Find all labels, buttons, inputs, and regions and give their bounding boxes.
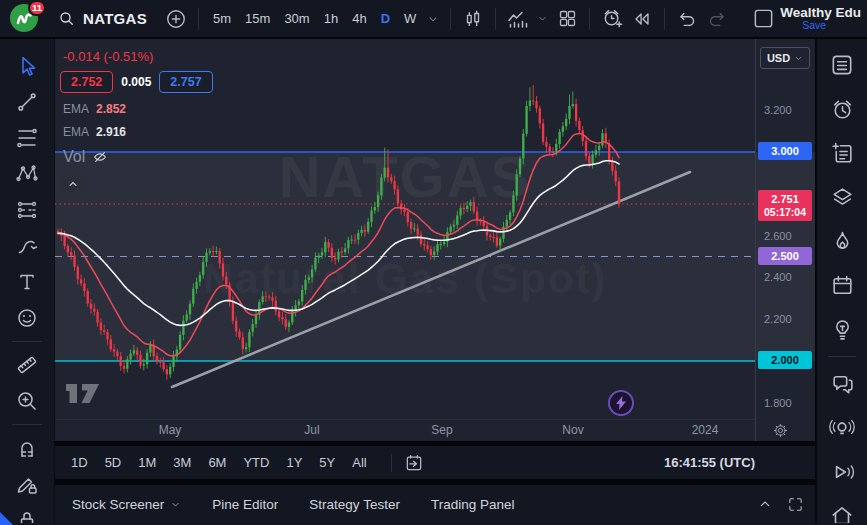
interval-30m[interactable]: 30m	[277, 11, 316, 26]
idea-journal-button[interactable]	[822, 131, 862, 175]
hotlists-button[interactable]	[822, 219, 862, 263]
bottom-panel-bar: Stock ScreenerPine EditorStrategy Tester…	[55, 485, 815, 523]
range-5d[interactable]: 5D	[105, 455, 122, 470]
house-icon	[829, 503, 855, 523]
brush-tool-button[interactable]	[8, 228, 46, 264]
range-5y[interactable]: 5Y	[319, 455, 335, 470]
lock-all-drawings-button[interactable]	[8, 502, 46, 523]
magnet-icon	[15, 436, 39, 460]
interval-dropdown-button[interactable]	[423, 3, 443, 35]
trend-line-icon	[15, 90, 39, 114]
community-button[interactable]	[822, 494, 862, 523]
range-3m[interactable]: 3M	[173, 455, 191, 470]
price-tick: 2.200	[764, 312, 792, 326]
magnet-mode-button[interactable]	[8, 430, 46, 466]
layout-grid-button[interactable]	[552, 3, 582, 35]
chevron-down-icon	[170, 499, 181, 510]
play-waves-icon	[829, 459, 855, 485]
indicators-dropdown-button[interactable]	[533, 3, 552, 35]
cursor-tool-button[interactable]	[8, 48, 46, 84]
interval-4h[interactable]: 4h	[345, 11, 373, 26]
range-1y[interactable]: 1Y	[286, 455, 302, 470]
ema-row-1[interactable]: EMA 2.852	[60, 102, 126, 116]
price-scale[interactable]: USD 3.2002.8002.6002.4002.2001.800 3.000…	[755, 39, 815, 441]
legend-collapse-button[interactable]	[60, 174, 86, 193]
projection-tool-button[interactable]	[8, 192, 46, 228]
alarm-clock-icon	[830, 97, 855, 122]
ema-row-2[interactable]: EMA 2.916	[60, 125, 126, 139]
volume-row[interactable]: Vol	[60, 148, 108, 166]
text-tool-button[interactable]	[8, 264, 46, 300]
range-1m[interactable]: 1M	[138, 455, 156, 470]
bar-replay-button[interactable]	[627, 3, 657, 35]
interval-d[interactable]: D	[374, 11, 397, 26]
panel-tab-pine-editor[interactable]: Pine Editor	[212, 497, 278, 512]
pattern-tool-button[interactable]	[8, 156, 46, 192]
brush-icon	[15, 234, 39, 258]
interval-15m[interactable]: 15m	[238, 11, 277, 26]
redo-button[interactable]	[702, 3, 732, 35]
fib-retracement-tool-button[interactable]	[8, 120, 46, 156]
fullscreen-icon	[787, 496, 804, 513]
clock[interactable]: 16:41:55 (UTC)	[664, 455, 755, 470]
undo-button[interactable]	[672, 3, 702, 35]
symbol-search[interactable]: NATGAS	[52, 3, 153, 35]
divider	[828, 356, 856, 357]
lightning-bolt-icon	[615, 396, 627, 410]
layout-name-menu[interactable]: Wealthy Edu Save	[780, 6, 861, 32]
buy-button[interactable]: 2.757	[159, 71, 212, 93]
price-label-2.000: 2.000	[758, 351, 812, 369]
save-link[interactable]: Save	[802, 19, 826, 32]
smiley-icon	[15, 306, 39, 330]
sell-button[interactable]: 2.752	[60, 71, 113, 93]
ema-label: EMA	[63, 102, 89, 116]
compare-add-button[interactable]	[161, 3, 191, 35]
object-tree-button[interactable]	[822, 175, 862, 219]
price-tick: 2.600	[764, 229, 792, 243]
time-label: Sep	[431, 423, 452, 437]
grid-layout-icon	[557, 8, 578, 29]
create-alert-button[interactable]	[597, 3, 627, 35]
calendar-button[interactable]	[822, 263, 862, 307]
watchlist-icon	[829, 52, 855, 78]
chart-style-button[interactable]	[458, 3, 488, 35]
tradingview-logo-watermark[interactable]	[65, 383, 101, 404]
range-1d[interactable]: 1D	[71, 455, 88, 470]
panel-tab-stock-screener[interactable]: Stock Screener	[72, 497, 181, 512]
range-all[interactable]: All	[352, 455, 366, 470]
zoom-in-tool-button[interactable]	[8, 383, 46, 419]
drawing-mode-lock-button[interactable]	[8, 466, 46, 502]
interval-5m[interactable]: 5m	[206, 11, 238, 26]
chat-button[interactable]	[822, 362, 862, 406]
interval-w[interactable]: W	[397, 11, 423, 26]
panel-tab-trading-panel[interactable]: Trading Panel	[431, 497, 515, 512]
trend-line-tool-button[interactable]	[8, 84, 46, 120]
plus-circle-icon	[165, 8, 187, 30]
right-sidebar	[815, 39, 867, 523]
app-logo[interactable]: 11	[10, 4, 40, 34]
panel-expand-button[interactable]	[753, 491, 777, 517]
ideas-button[interactable]	[822, 307, 862, 351]
save-layout-button[interactable]	[748, 3, 778, 35]
alerts-button[interactable]	[822, 87, 862, 131]
scale-settings-button[interactable]	[772, 422, 789, 439]
range-ytd[interactable]: YTD	[243, 455, 269, 470]
measure-tool-button[interactable]	[8, 347, 46, 383]
time-axis[interactable]: MayJulSepNov2024	[55, 419, 755, 441]
panel-tab-strategy-tester[interactable]: Strategy Tester	[309, 497, 400, 512]
chart-canvas[interactable]: NATGAS Natural Gas (Spot) -0.014 (-0.51%…	[55, 39, 755, 419]
indicators-button[interactable]	[503, 3, 533, 35]
shows-button[interactable]	[822, 450, 862, 494]
live-streams-button[interactable]	[822, 406, 862, 450]
candles-icon	[462, 8, 484, 30]
interval-1h[interactable]: 1h	[317, 11, 345, 26]
boost-flash-button[interactable]	[608, 390, 634, 416]
goto-date-button[interactable]	[399, 450, 429, 476]
range-6m[interactable]: 6M	[208, 455, 226, 470]
emoji-tool-button[interactable]	[8, 300, 46, 336]
currency-selector[interactable]: USD	[760, 47, 810, 69]
fullscreen-button[interactable]	[783, 491, 807, 517]
eye-off-icon[interactable]	[92, 149, 108, 165]
chat-bubbles-icon	[830, 372, 855, 397]
watchlist-button[interactable]	[822, 43, 862, 87]
